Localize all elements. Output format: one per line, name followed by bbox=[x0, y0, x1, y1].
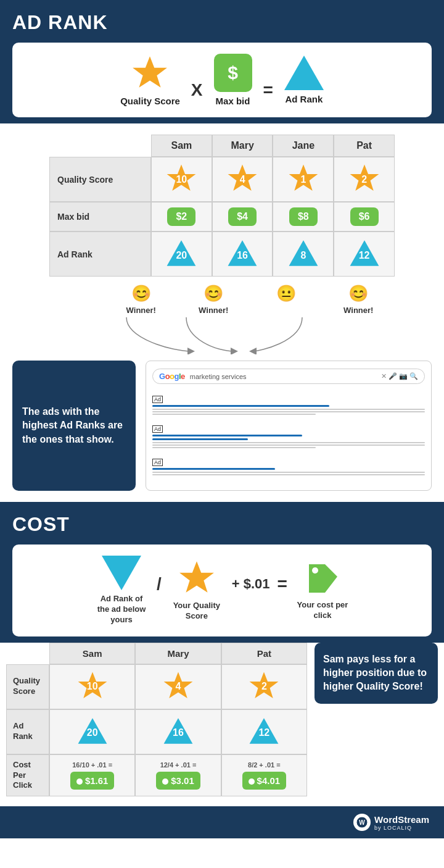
star-value: 4 bbox=[176, 682, 181, 693]
svg-marker-9 bbox=[179, 562, 214, 593]
winner-pat: 😊 Winner! bbox=[323, 277, 395, 317]
tri-value: 20 bbox=[176, 249, 187, 261]
bid-badge: $6 bbox=[350, 207, 379, 226]
svg-point-10 bbox=[312, 567, 318, 574]
table-row: Ad Rank 20 bbox=[49, 232, 395, 277]
ad-line-gray-short bbox=[152, 447, 316, 448]
formula-mb-label: Max bid bbox=[216, 96, 250, 106]
dollar-badge-icon: $ bbox=[214, 54, 252, 92]
star-value: 10 bbox=[176, 174, 187, 185]
ad-rank-table: Sam Mary Jane Pat Quality Score 10 bbox=[49, 135, 395, 277]
cpc-formula-mary: 12/4 + .01 = bbox=[139, 761, 216, 769]
formula-qs-label: Quality Score bbox=[120, 96, 180, 106]
qs-sam: 10 bbox=[151, 157, 212, 202]
ad-rank-formula: Quality Score X $ Max bid = Ad Rank bbox=[12, 43, 432, 117]
bid-badge: $8 bbox=[289, 207, 318, 226]
wordstream-icon: W bbox=[353, 814, 371, 831]
wordstream-logo: W WordStream by LOCALIQ bbox=[353, 814, 429, 831]
cost-bottom-area: Sam Mary Pat Quality Score bbox=[0, 643, 444, 807]
formula-multiply: X bbox=[191, 80, 203, 106]
winner-emoji-pat: 😊 bbox=[348, 284, 368, 303]
arrows-area bbox=[0, 317, 444, 354]
ad-line-gray bbox=[152, 409, 425, 410]
cost-row-ar-label: Ad Rank bbox=[6, 709, 49, 754]
google-logo: Google bbox=[159, 372, 185, 381]
winner-emoji-mary: 😊 bbox=[204, 284, 223, 303]
curved-arrows-svg bbox=[49, 317, 395, 354]
formula-ad-rank: Ad Rank bbox=[284, 56, 324, 104]
cost-qs-sam: 10 bbox=[49, 664, 135, 709]
cost-col-sam: Sam bbox=[49, 643, 135, 664]
search-query: marketing services bbox=[190, 373, 381, 380]
ad-rank-triangle-icon bbox=[284, 56, 324, 90]
mb-sam: $2 bbox=[151, 202, 212, 232]
ar-pat: 12 bbox=[334, 232, 395, 277]
cost-note-box: Sam pays less for a higher position due … bbox=[314, 643, 438, 704]
qs-mary: 4 bbox=[212, 157, 273, 202]
star-value: 1 bbox=[300, 174, 306, 185]
ad-label-3: Ad bbox=[152, 459, 163, 466]
cost-section: COST Ad Rank of the ad below yours / You… bbox=[0, 502, 444, 643]
winner-label-pat: Winner! bbox=[343, 306, 373, 315]
ad-line-blue-2 bbox=[152, 435, 302, 436]
mb-mary: $4 bbox=[212, 202, 273, 232]
cost-qs-pat: 2 bbox=[221, 664, 307, 709]
star-value: 4 bbox=[240, 174, 245, 185]
cost-qs-label: Your Quality Score bbox=[169, 601, 224, 622]
svg-marker-0 bbox=[133, 56, 168, 88]
ad-block-2: Ad bbox=[152, 422, 425, 448]
ad-rank-title: AD RANK bbox=[12, 11, 432, 34]
formula-ar-label: Ad Rank bbox=[285, 94, 323, 104]
quality-score-star-icon-cost bbox=[178, 559, 216, 597]
winner-jane: 😐 bbox=[250, 277, 323, 317]
cost-ar-sam: 20 bbox=[49, 709, 135, 754]
tag-circle-icon bbox=[76, 778, 83, 785]
ad-line-gray bbox=[152, 442, 425, 443]
star-value: 10 bbox=[87, 682, 98, 693]
cost-plus: + $.01 bbox=[232, 576, 270, 604]
cost-row-qs-label: Quality Score bbox=[6, 664, 49, 709]
ad-line-gray bbox=[152, 444, 425, 446]
ad-rank-section: AD RANK Quality Score X $ Max bid = Ad R… bbox=[0, 0, 444, 123]
google-mockup: Google marketing services ✕ 🎤 📷 🔍 Ad Ad bbox=[146, 361, 432, 491]
cost-equals: = bbox=[278, 574, 287, 606]
google-search-bar: Google marketing services ✕ 🎤 📷 🔍 bbox=[152, 369, 425, 384]
tag-circle-icon bbox=[162, 778, 168, 785]
bid-badge: $2 bbox=[167, 207, 195, 226]
col-sam: Sam bbox=[151, 135, 212, 157]
winner-sam: 😊 Winner! bbox=[105, 277, 178, 317]
triangle-down-icon bbox=[102, 556, 141, 590]
winner-emoji-sam: 😊 bbox=[131, 284, 151, 303]
cost-title: COST bbox=[12, 513, 432, 536]
price-tag-mary: $3.01 bbox=[156, 772, 200, 790]
tri-value: 12 bbox=[359, 249, 370, 261]
tri-value: 16 bbox=[173, 727, 184, 738]
svg-text:W: W bbox=[359, 819, 365, 826]
table-row: Quality Score 10 bbox=[49, 157, 395, 202]
ad-line-blue-3 bbox=[152, 468, 275, 470]
ad-block-1: Ad bbox=[152, 393, 425, 415]
ad-line-blue-1 bbox=[152, 405, 329, 407]
cpc-formula-pat: 8/2 + .01 = bbox=[226, 761, 303, 769]
ad-label-1: Ad bbox=[152, 396, 163, 403]
col-mary: Mary bbox=[212, 135, 273, 157]
cost-formula: Ad Rank of the ad below yours / Your Qua… bbox=[12, 545, 432, 636]
winners-row: 😊 Winner! 😊 Winner! 😐 😊 Winner! bbox=[49, 277, 395, 317]
price-tag-sam: $1.61 bbox=[70, 772, 115, 790]
tag-circle-icon bbox=[249, 778, 255, 785]
formula-equals: = bbox=[263, 80, 273, 106]
ad-line-gray bbox=[152, 474, 425, 475]
ar-jane: 8 bbox=[273, 232, 334, 277]
star-value: 2 bbox=[361, 174, 367, 185]
mb-pat: $6 bbox=[334, 202, 395, 232]
formula-quality-score: Quality Score bbox=[120, 54, 180, 106]
cost-formula-qs: Your Quality Score bbox=[169, 559, 224, 622]
price-tag-icon bbox=[304, 559, 341, 596]
ws-svg-icon: W bbox=[356, 816, 368, 828]
tri-value: 8 bbox=[300, 249, 306, 261]
cost-ar-mary: 16 bbox=[135, 709, 221, 754]
wordstream-text: WordStream by LOCALIQ bbox=[374, 814, 429, 831]
price-tag-pat: $4.01 bbox=[242, 772, 287, 790]
qs-pat: 2 bbox=[334, 157, 395, 202]
table-row: Max bid $2 $4 $8 $6 bbox=[49, 202, 395, 232]
